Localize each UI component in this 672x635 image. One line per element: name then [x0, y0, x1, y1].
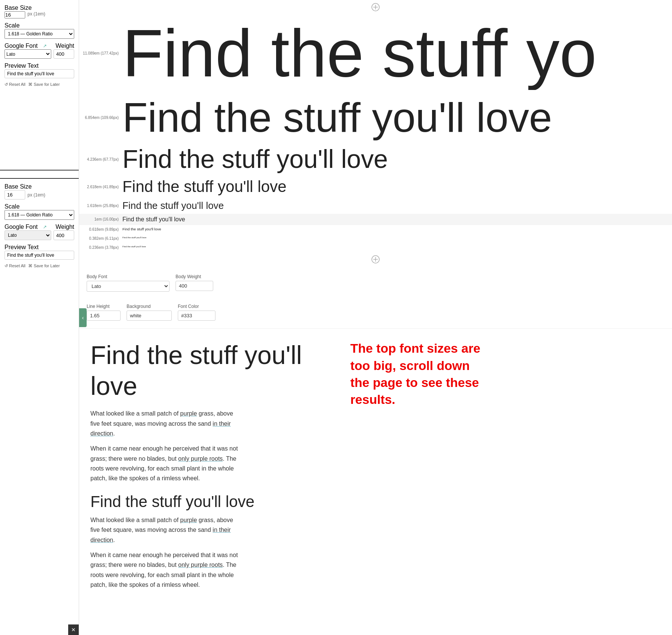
- weight-label: Weight: [55, 43, 74, 49]
- body-preview-heading2: Find the stuff you'll love: [90, 493, 331, 511]
- google-font-link-bottom[interactable]: ↗: [43, 224, 47, 230]
- scale-row-text: Find the stuff you'll love: [122, 236, 147, 239]
- sidebar-bottom: Base Size px (1em) Scale 1.618 — Golden …: [0, 178, 79, 273]
- sidebar-top: Base Size px (1em) Scale 1.618 — Golden …: [0, 0, 79, 87]
- body-weight-input[interactable]: [176, 281, 213, 291]
- main-content: 11.089em (177.42px)Find the stuff yo6.85…: [79, 0, 672, 635]
- scale-row[interactable]: 0.382em (6.11px)Find the stuff you'll lo…: [79, 234, 672, 243]
- preview-text-label: Preview Text: [5, 62, 38, 69]
- scale-row-text: Find the stuff you'll love: [122, 178, 287, 195]
- scale-row-label: 11.089em (177.42px): [79, 51, 122, 55]
- scale-row-text: Find the stuff you'll love: [122, 200, 224, 211]
- scale-section: Scale 1.618 — Golden Ratio: [5, 22, 74, 39]
- preview-text-section: Preview Text: [5, 62, 74, 78]
- scale-view: 11.089em (177.42px)Find the stuff yo6.85…: [79, 0, 672, 266]
- google-font-label-bottom: Google Font: [5, 224, 38, 230]
- body-preview-heading1: Find the stuff you'll love: [90, 340, 331, 401]
- background-label: Background: [127, 304, 172, 309]
- save-for-later-button-top[interactable]: ⌘ Save for Later: [28, 82, 60, 87]
- line-height-label: Line Height: [87, 304, 121, 309]
- body-weight-group: Body Weight: [176, 274, 213, 292]
- base-size-label-bottom: Base Size: [5, 183, 32, 190]
- scale-row-label: 0.618em (9.89px): [79, 227, 122, 231]
- base-size-section: Base Size px (1em): [5, 5, 74, 18]
- scale-row-text: Find the stuff you'll love: [122, 216, 185, 223]
- weight-label-bottom: Weight: [55, 224, 74, 230]
- scale-row[interactable]: 1.618em (25.89px)Find the stuff you'll l…: [79, 198, 672, 213]
- body-preview-para1: What looked like a small patch of purple…: [90, 409, 241, 439]
- font-select-bottom[interactable]: Lato: [5, 230, 51, 240]
- scale-row-label: 4.236em (67.77px): [79, 157, 122, 161]
- add-size-button-bottom[interactable]: [79, 252, 672, 266]
- reset-all-button-bottom[interactable]: ↺ Reset All: [5, 263, 25, 268]
- sidebar-top-footer: ↺ Reset All ⌘ Save for Later: [5, 82, 74, 87]
- google-font-label: Google Font: [5, 43, 38, 49]
- collapse-sidebar-button[interactable]: ‹: [79, 308, 87, 327]
- font-color-group: Font Color: [178, 304, 215, 321]
- preview-text-input-top[interactable]: [5, 69, 74, 78]
- scale-row[interactable]: 11.089em (177.42px)Find the stuff yo: [79, 14, 672, 93]
- close-button[interactable]: ✕: [68, 624, 79, 635]
- font-color-label: Font Color: [178, 304, 215, 309]
- scale-row[interactable]: 2.618em (41.89px)Find the stuff you'll l…: [79, 176, 672, 198]
- scale-row-text: Find the stuff yo: [122, 17, 597, 90]
- scale-rows: 11.089em (177.42px)Find the stuff yo6.85…: [79, 14, 672, 252]
- scale-row-label: 1.618em (25.89px): [79, 204, 122, 208]
- preview-text-input-bottom[interactable]: [5, 251, 74, 260]
- scale-row-label: 0.382em (6.11px): [79, 236, 122, 241]
- body-font-select[interactable]: Lato: [87, 281, 170, 292]
- scale-row-label: 0.236em (3.78px): [79, 245, 122, 250]
- scale-row[interactable]: 0.618em (9.89px)Find the stuff you'll lo…: [79, 225, 672, 234]
- tip-text: The top font sizes are too big, scroll d…: [350, 340, 486, 408]
- font-color-input[interactable]: [178, 311, 215, 321]
- body-font-group: Body Font Lato: [87, 274, 170, 292]
- weight-input-bottom[interactable]: [53, 230, 74, 240]
- scale-select[interactable]: 1.618 — Golden Ratio: [5, 29, 74, 39]
- scale-row[interactable]: 4.236em (67.77px)Find the stuff you'll l…: [79, 143, 672, 176]
- preview-text-section-bottom: Preview Text: [5, 244, 74, 260]
- base-size-section-bottom: Base Size px (1em): [5, 183, 74, 199]
- font-select-top[interactable]: Lato: [5, 49, 51, 59]
- body-preview: Find the stuff you'll love What looked l…: [79, 329, 343, 635]
- px-label-bottom: px (1em): [27, 192, 45, 199]
- scale-row-text: Find the stuff you'll love: [122, 145, 388, 174]
- body-font-label: Body Font: [87, 274, 170, 279]
- scale-row-label: 2.618em (41.89px): [79, 185, 122, 189]
- preview-text-label-bottom: Preview Text: [5, 244, 38, 250]
- sidebar: Base Size px (1em) Scale 1.618 — Golden …: [0, 0, 79, 635]
- scale-label: Scale: [5, 22, 20, 29]
- base-size-input-bottom[interactable]: [5, 190, 25, 199]
- sidebar-bottom-footer: ↺ Reset All ⌘ Save for Later: [5, 263, 74, 268]
- scale-select-bottom[interactable]: 1.618 — Golden Ratio: [5, 210, 74, 220]
- base-size-label: Base Size: [5, 5, 32, 11]
- settings-panel: Body Font Lato Body Weight Line Height B…: [79, 266, 672, 329]
- line-height-input[interactable]: [87, 311, 121, 321]
- reset-all-button-top[interactable]: ↺ Reset All: [5, 82, 25, 87]
- base-size-input[interactable]: [5, 11, 25, 18]
- add-size-button-top[interactable]: [79, 0, 672, 14]
- scale-row-text: Find the stuff you'll love: [122, 245, 146, 248]
- sidebar-divider: [0, 170, 79, 171]
- body-weight-label: Body Weight: [176, 274, 213, 279]
- body-preview-container: Find the stuff you'll love What looked l…: [79, 329, 672, 635]
- px-label: px (1em): [27, 11, 45, 18]
- scale-row[interactable]: 1em (16.00px)Find the stuff you'll love: [79, 214, 672, 225]
- body-preview-para3: What looked like a small patch of purple…: [90, 515, 241, 545]
- scale-row-label: 6.854em (109.66px): [79, 116, 122, 120]
- weight-input-top[interactable]: [53, 49, 74, 59]
- scale-label-bottom: Scale: [5, 203, 20, 210]
- scale-section-bottom: Scale 1.618 — Golden Ratio: [5, 203, 74, 220]
- background-group: Background: [127, 304, 172, 321]
- google-font-section-bottom: Google Font ↗ Weight Lato: [5, 224, 74, 240]
- background-input[interactable]: [127, 311, 172, 321]
- scale-row-text: Find the stuff you'll love: [122, 227, 161, 231]
- google-font-section: Google Font ↗ Weight Lato: [5, 43, 74, 59]
- save-for-later-button-bottom[interactable]: ⌘ Save for Later: [28, 263, 60, 268]
- scale-row[interactable]: 6.854em (109.66px)Find the stuff you'll …: [79, 93, 672, 143]
- google-font-link[interactable]: ↗: [43, 43, 47, 49]
- scale-row[interactable]: 0.236em (3.78px)Find the stuff you'll lo…: [79, 243, 672, 252]
- body-preview-para4: When it came near enough he perceived th…: [90, 550, 241, 590]
- line-height-group: Line Height: [87, 304, 121, 321]
- body-preview-para2: When it came near enough he perceived th…: [90, 444, 241, 484]
- scale-row-label: 1em (16.00px): [79, 217, 122, 221]
